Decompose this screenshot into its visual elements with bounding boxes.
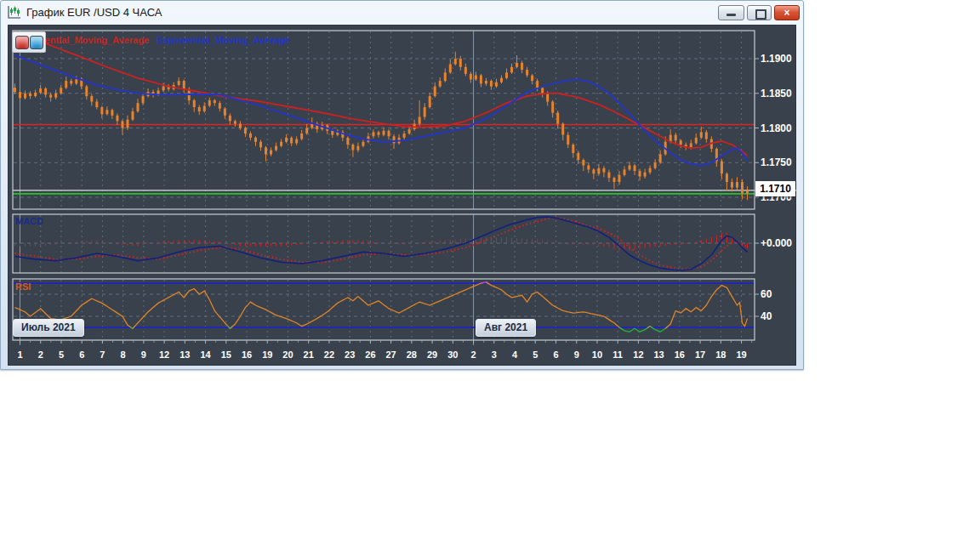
macd-panel-label: MACD (15, 216, 43, 226)
y-axis-label: 1.1800 (761, 122, 792, 134)
x-axis-label: 17 (695, 349, 705, 360)
x-axis-label: 16 (242, 349, 252, 360)
chart-canvas[interactable]: 1.19001.18501.18001.17501.1700+0.0006040… (1, 1, 803, 369)
indicator-buttons-panel (12, 31, 46, 53)
x-axis-label: 20 (282, 349, 293, 360)
x-axis-label: 13 (654, 349, 664, 360)
indicator-legend: Exponential_Moving_Average Exponential_M… (16, 35, 289, 45)
ema-red-toggle-button[interactable] (15, 36, 29, 49)
x-axis-label: 18 (715, 349, 726, 360)
candles-layer (14, 52, 749, 200)
x-axis-label: 29 (427, 349, 437, 360)
x-axis-label: 5 (533, 349, 538, 360)
rsi-panel-label: RSI (15, 281, 31, 292)
legend-ema-blue: Exponential_Moving_Average (157, 35, 289, 45)
x-axis-label: 4 (512, 349, 518, 360)
x-axis-label: 22 (324, 349, 334, 360)
x-axis-label: 13 (179, 349, 190, 360)
x-axis-label: 16 (675, 349, 685, 360)
x-axis-label: 9 (141, 349, 146, 360)
x-axis-label: 9 (574, 349, 579, 360)
chart-window: График EUR /USD 4 ЧАСА × 1.19001.18501.1… (0, 0, 804, 370)
x-axis-label: 8 (121, 349, 126, 360)
main-panel-border (13, 31, 755, 209)
x-axis-label: 12 (159, 349, 169, 360)
macd-layer (15, 233, 748, 251)
x-axis-label: 19 (736, 349, 746, 360)
x-axis-label: 21 (304, 349, 314, 360)
x-axis-label: 6 (79, 349, 84, 360)
ema-fast-blue-line (15, 55, 748, 166)
x-axis-label: 11 (612, 349, 623, 360)
rsi-layer (13, 282, 755, 332)
axis-labels: 1.19001.18501.18001.17501.1700+0.0006040… (17, 53, 792, 360)
x-axis-label: 5 (59, 349, 64, 360)
x-axis-label: 3 (492, 349, 497, 360)
macd-signal-line (15, 218, 748, 270)
x-axis-label: 27 (386, 349, 396, 360)
y-axis-label: 1.1850 (761, 88, 792, 99)
x-axis-label: 14 (200, 349, 211, 360)
x-axis-label: 15 (221, 349, 231, 360)
x-axis-label: 10 (592, 349, 602, 360)
month-label-august: Авг 2021 (476, 319, 536, 337)
x-axis-label: 26 (365, 349, 375, 360)
x-axis-label: 23 (345, 349, 355, 360)
month-label-july: Июль 2021 (13, 319, 84, 337)
x-axis-label: 1 (17, 349, 22, 360)
grid-layer (14, 31, 754, 339)
x-axis-label: 30 (447, 349, 458, 360)
rsi-axis-label: 60 (761, 288, 772, 300)
y-axis-label: 1.1750 (761, 156, 792, 168)
y-axis-label: 1.1900 (761, 53, 792, 65)
current-price-badge: 1.1710 (755, 181, 795, 196)
rsi-axis-label: 40 (761, 310, 772, 322)
x-axis-label: 12 (633, 349, 643, 360)
rsi-panel-border (13, 279, 755, 340)
x-axis-label: 2 (470, 349, 476, 360)
x-axis-label: 28 (407, 349, 417, 360)
x-axis-label: 6 (553, 349, 558, 360)
x-axis-label: 19 (262, 349, 272, 360)
x-axis-label: 7 (100, 349, 105, 360)
macd-axis-label: +0.000 (761, 237, 792, 249)
panel-borders (13, 31, 755, 340)
x-axis-label: 2 (38, 349, 43, 360)
ema-blue-toggle-button[interactable] (30, 36, 43, 49)
